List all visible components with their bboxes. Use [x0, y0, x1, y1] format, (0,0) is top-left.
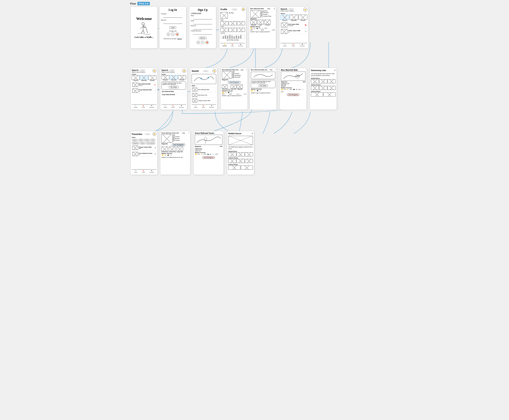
app-title: Flow [130, 2, 136, 5]
saved-popup-text: The Blue Waterfall Walk has been added t… [162, 82, 185, 85]
facebook-icon[interactable]: f [171, 33, 174, 36]
svg-rect-9 [225, 35, 226, 39]
exit-nav-gr-button[interactable]: Exit Navigation [202, 156, 215, 159]
email-label: Email [191, 20, 215, 22]
sl-close[interactable]: × [334, 69, 335, 72]
hh-close[interactable]: × [252, 132, 253, 135]
nav-saves[interactable]: 🔖Saves [231, 44, 234, 47]
pw-field[interactable] [193, 27, 212, 30]
svg-point-17 [201, 78, 202, 79]
tag-kenya[interactable]: Kenya [144, 139, 150, 141]
or-login-text: Or login with [161, 30, 185, 32]
confirm-label: Confirm Password [191, 30, 215, 32]
hh-spring-label: Spring Photos [228, 151, 253, 152]
profile-title: Profile [220, 8, 227, 11]
back-arrow-button[interactable]: ← [310, 68, 310, 70]
nav-favorites[interactable]: ❤Favorites [238, 44, 243, 47]
bwi2-popup-text: The blue Waterfall Walk has been added t… [252, 81, 274, 83]
nav-search[interactable]: 🔍Search [283, 44, 286, 47]
cat3[interactable]: Animals [299, 20, 307, 21]
favorites-screen: Favorites-Li... Favorites Layout 😊 Filte… [131, 131, 158, 175]
confirm-field[interactable] [193, 32, 212, 35]
profile-avatar: 😊 [242, 8, 245, 11]
flow-badge[interactable]: Flow 1 ▶ [137, 2, 150, 5]
svg-line-3 [143, 27, 146, 28]
nav-stars[interactable]: ⭐★★★★ [223, 44, 227, 47]
svg-line-5 [143, 30, 144, 33]
search-waterfalls-saved-screen: Search-Waterfalls-Saved Search Layout Wa… [160, 68, 187, 110]
close-icon[interactable]: × [274, 8, 275, 10]
spring-label: Spring Photos [311, 78, 335, 79]
signup-title: Sign Up [191, 8, 215, 12]
profile-layout-tag: Layout [232, 9, 237, 10]
saved-walks-screen: Saved-Walk... Saved Layout 😊 Walks Blue … [190, 68, 217, 110]
autumn-label: Autumn Photos [311, 91, 335, 92]
tag-france[interactable]: France [132, 139, 138, 141]
signup-link[interactable]: Sign Up [177, 38, 182, 39]
ok-thanks-button[interactable]: OK, thanks [169, 86, 179, 88]
activity-label: Activity [220, 32, 245, 34]
svg-rect-12 [231, 36, 233, 39]
apple-icon[interactable]: 🍎 [176, 33, 179, 36]
login-screen: Login Log In Username Password Login Or … [159, 6, 186, 49]
login-button[interactable]: Login [169, 26, 176, 29]
username-field[interactable] [163, 15, 182, 18]
sw-title: Search [132, 69, 139, 71]
tag-singapore[interactable]: Singapore [132, 142, 139, 144]
welcome-screen: Welcome Welcome [131, 6, 158, 49]
svg-rect-10 [227, 36, 228, 39]
facebook-signup-icon[interactable]: f [201, 41, 204, 44]
email-field[interactable] [193, 22, 212, 24]
hobbit-house-screen: Hobbit-House Hobbit House × The Hobbit h… [227, 131, 254, 175]
back-link[interactable]: < or Back to Login [191, 12, 215, 14]
sc-subtitle: Walks in (your location) [280, 10, 294, 12]
password-field[interactable] [163, 22, 182, 24]
sc-nav: 🔍Search 🔖Saved ❤Favorites [280, 43, 307, 47]
tag-brazil[interactable]: Brazil [140, 142, 145, 144]
search-waterfalls-screen: Search-Waterfalls-Select... Search Layou… [131, 68, 158, 110]
result1[interactable]: Red Canyon Walk [288, 24, 299, 25]
svg-line-7 [146, 28, 148, 33]
hh-description: The Hobbit house appears small but has 6… [228, 146, 253, 150]
start-nav-btn-gr[interactable]: Start Navigation [172, 143, 185, 146]
start-nav-button[interactable]: Start Navigation [228, 81, 241, 83]
flow-label: Flow 1 [139, 2, 146, 5]
google-icon[interactable]: G [167, 33, 170, 36]
google-signup-icon[interactable]: G [197, 41, 200, 44]
tag-usa[interactable]: USA [150, 139, 155, 141]
pwh-map: Map [267, 8, 270, 9]
welcome-title: Welcome [136, 16, 152, 21]
green-railroad-info-screen: Green-Railroad-Tracks-... Green Railroad… [160, 131, 190, 175]
signup-button[interactable]: Sign Up [199, 37, 207, 39]
hh-summer-label: Summer Photos [228, 157, 253, 158]
bwi2-ok-button[interactable]: OK, thanks [258, 84, 268, 87]
svg-rect-16 [240, 35, 241, 39]
svg-line-2 [140, 27, 143, 28]
result2[interactable]: Yellow canyon Walk [288, 30, 300, 31]
cat1[interactable]: Canyons [280, 20, 289, 21]
svg-rect-8 [223, 36, 224, 39]
tag-nz[interactable]: New Zealand [146, 142, 155, 144]
blue-waterfall-info-screen: Blue-Waterfall-Walk-Info... Blue Waterfa… [221, 68, 248, 110]
exit-nav-button[interactable]: Exit Navigation [287, 94, 300, 96]
play-icon: ▶ [147, 3, 148, 5]
tag-spain[interactable]: Spain [138, 139, 143, 141]
activity-months: Jan Feb Mar Apr May [220, 39, 245, 41]
map-label: My Map [229, 12, 234, 14]
swimming-lake-screen: Swimming-Lake ← Swimming Lake × The Swim… [310, 68, 337, 110]
nav-saved[interactable]: 🔖Saved [292, 44, 295, 47]
sl-description: The Swimming lake Was restored in 2003 a… [311, 73, 335, 76]
cat2[interactable]: Waterfalls [290, 20, 298, 21]
apple-signup-icon[interactable]: 🍎 [205, 41, 209, 44]
search-canyons-screen: Search-Canyons-Selected Search Layout Wa… [279, 6, 308, 49]
pwh-title: Blue Waterfall Walk [250, 8, 264, 9]
svg-point-23 [204, 137, 207, 141]
login-title: Log In [161, 8, 185, 12]
nav-favorites[interactable]: ❤Favorites [300, 44, 305, 47]
no-account-text: Don't have an account? [164, 38, 177, 39]
name-field[interactable] [193, 17, 212, 19]
waypoints-label: Waypoints [250, 18, 275, 19]
profile-nav: ⭐★★★★ 🔖Saves ❤Favorites [220, 43, 245, 47]
profile-screen: Profile Profile Layout 😊 My Map Spain Fr… [219, 6, 246, 49]
pw-label: Password [191, 25, 215, 27]
